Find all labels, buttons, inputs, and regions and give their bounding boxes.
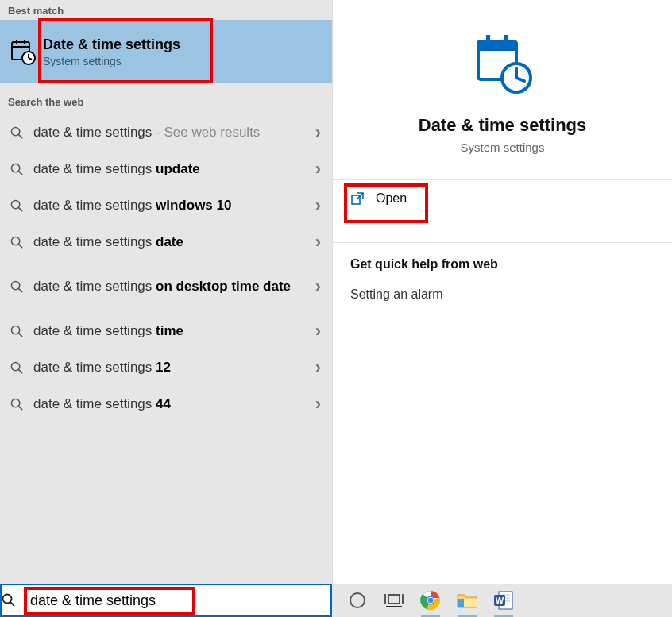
- svg-point-13: [11, 237, 19, 245]
- cortana-icon[interactable]: [346, 589, 369, 611]
- open-button[interactable]: Open: [333, 180, 672, 217]
- web-result-text: date & time settings time: [33, 322, 315, 339]
- web-result-item[interactable]: date & time settings windows 10›: [0, 187, 332, 224]
- svg-rect-35: [388, 595, 400, 604]
- svg-line-14: [18, 244, 22, 248]
- open-label: Open: [376, 191, 407, 206]
- svg-line-12: [18, 207, 22, 211]
- taskbar: W: [332, 584, 672, 617]
- web-result-item[interactable]: date & time settings 12›: [0, 349, 332, 386]
- chevron-right-icon: ›: [315, 122, 321, 143]
- web-result-item[interactable]: date & time settings on desktop time dat…: [0, 260, 332, 313]
- web-result-item[interactable]: date & time settings date›: [0, 224, 332, 260]
- web-result-text: date & time settings update: [33, 160, 315, 177]
- chevron-right-icon: ›: [315, 195, 321, 216]
- search-icon: [8, 199, 25, 213]
- svg-point-9: [11, 164, 19, 172]
- web-result-item[interactable]: date & time settings update›: [0, 151, 332, 187]
- calendar-clock-large-icon: [469, 30, 537, 98]
- svg-point-11: [11, 200, 19, 208]
- svg-point-7: [11, 127, 19, 135]
- chevron-right-icon: ›: [315, 394, 321, 415]
- search-input[interactable]: [30, 585, 330, 615]
- search-icon: [2, 593, 30, 607]
- web-result-item[interactable]: date & time settings 44›: [0, 386, 332, 422]
- search-icon: [8, 361, 25, 375]
- svg-point-21: [11, 399, 19, 407]
- svg-rect-44: [458, 599, 464, 607]
- search-icon: [8, 398, 25, 411]
- svg-line-16: [18, 288, 22, 292]
- search-icon: [8, 280, 25, 294]
- chevron-right-icon: ›: [315, 159, 321, 179]
- quick-help-header: Get quick help from web: [350, 257, 655, 272]
- svg-rect-26: [504, 35, 508, 44]
- svg-line-20: [18, 369, 22, 373]
- svg-line-18: [18, 333, 22, 337]
- svg-rect-25: [486, 35, 490, 44]
- search-results-panel: Best match Date & time settings System s…: [0, 0, 332, 584]
- web-result-text: date & time settings on desktop time dat…: [33, 278, 315, 295]
- word-icon[interactable]: W: [492, 589, 515, 611]
- chevron-right-icon: ›: [315, 232, 321, 253]
- search-icon: [8, 163, 25, 176]
- chevron-right-icon: ›: [315, 276, 321, 297]
- svg-line-8: [18, 134, 22, 138]
- search-web-header: Search the web: [0, 91, 332, 111]
- svg-point-17: [11, 326, 19, 334]
- svg-text:W: W: [496, 596, 504, 605]
- best-match-result[interactable]: Date & time settings System settings: [0, 20, 332, 83]
- web-result-text: date & time settings 44: [33, 395, 315, 412]
- chevron-right-icon: ›: [315, 357, 321, 378]
- chevron-right-icon: ›: [315, 321, 321, 341]
- search-bar[interactable]: [0, 584, 332, 617]
- svg-line-10: [18, 171, 22, 175]
- search-icon: [8, 126, 25, 140]
- detail-title: Date & time settings: [333, 115, 672, 136]
- search-icon: [8, 236, 25, 249]
- best-match-subtitle: System settings: [43, 55, 324, 67]
- svg-point-15: [11, 281, 19, 289]
- web-result-text: date & time settings 12: [33, 359, 315, 376]
- web-result-item[interactable]: date & time settings - See web results›: [0, 114, 332, 151]
- web-results-list: date & time settings - See web results›d…: [0, 111, 332, 422]
- file-explorer-icon[interactable]: [456, 589, 478, 611]
- calendar-clock-icon: [8, 37, 38, 67]
- search-icon: [8, 325, 25, 338]
- svg-line-22: [18, 406, 22, 410]
- svg-line-33: [10, 602, 14, 606]
- detail-subtitle: System settings: [333, 141, 672, 154]
- chrome-icon[interactable]: [419, 589, 442, 611]
- web-result-text: date & time settings windows 10: [33, 197, 315, 214]
- task-view-icon[interactable]: [383, 589, 405, 611]
- svg-point-19: [11, 362, 19, 370]
- open-external-icon: [350, 191, 365, 206]
- help-link-setting-alarm[interactable]: Setting an alarm: [350, 287, 655, 302]
- best-match-title: Date & time settings: [43, 37, 324, 53]
- svg-point-34: [350, 593, 365, 607]
- web-result-item[interactable]: date & time settings time›: [0, 313, 332, 349]
- best-match-header: Best match: [0, 0, 332, 20]
- detail-panel: Date & time settings System settings Ope…: [332, 0, 672, 584]
- svg-point-32: [3, 595, 12, 604]
- svg-point-42: [428, 598, 434, 604]
- web-result-text: date & time settings - See web results: [33, 124, 315, 141]
- web-result-text: date & time settings date: [33, 233, 315, 250]
- svg-rect-24: [478, 41, 516, 51]
